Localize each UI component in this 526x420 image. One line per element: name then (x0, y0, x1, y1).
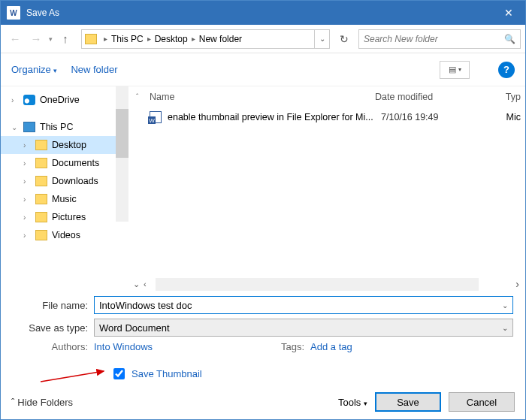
chevron-down-icon[interactable]: ⌄ (502, 324, 508, 332)
save-form: File name: IntoWindows test doc ⌄ Save a… (1, 292, 525, 385)
scroll-right-icon[interactable]: › (515, 278, 519, 290)
search-placeholder: Search New folder (364, 34, 504, 44)
address-bar[interactable]: ▸ This PC ▸ Desktop ▸ New folder ⌄ (81, 29, 330, 49)
tree-item-this-pc[interactable]: ⌄This PC (1, 118, 128, 136)
search-input[interactable]: Search New folder 🔍 (358, 29, 521, 49)
scrollbar-track[interactable] (156, 278, 479, 291)
file-type-cell: Mic (494, 112, 525, 122)
folder-icon (35, 230, 47, 240)
dialog-footer: ˆHide Folders Tools ▾ Save Cancel (1, 385, 525, 419)
titlebar: W Save As ✕ (1, 1, 525, 25)
tree-scrollbar[interactable] (116, 86, 128, 222)
file-name-cell: enable thumbnail preview in File Explore… (168, 112, 381, 122)
tree-item-desktop[interactable]: ›Desktop (1, 136, 128, 154)
new-folder-button[interactable]: New folder (71, 64, 117, 75)
save-thumbnail-label[interactable]: Save Thumbnail (132, 368, 202, 379)
file-name-input[interactable]: IntoWindows test doc ⌄ (94, 296, 513, 314)
tree-scrollbar-thumb[interactable] (116, 109, 128, 158)
save-as-type-label: Save as type: (13, 322, 94, 334)
back-button[interactable]: ← (5, 29, 25, 50)
tree-item-videos[interactable]: ›Videos (1, 226, 128, 244)
tags-label: Tags: (273, 341, 310, 352)
file-row[interactable]: enable thumbnail preview in File Explore… (128, 107, 525, 127)
navigation-bar: ← → ▾ ↑ ▸ This PC ▸ Desktop ▸ New folder… (1, 25, 525, 53)
folder-icon (35, 158, 47, 168)
breadcrumb-sep-icon: ▸ (192, 35, 195, 43)
folder-icon (35, 212, 47, 222)
file-list: ˆ Name Date modified Typ enable thumbnai… (128, 86, 525, 292)
save-thumbnail-checkbox[interactable] (113, 368, 125, 379)
folder-icon (85, 34, 97, 44)
sort-caret-icon[interactable]: ˆ (136, 93, 150, 101)
chevron-down-icon[interactable]: ⌄ (502, 301, 508, 310)
folder-icon (35, 194, 47, 204)
address-dropdown[interactable]: ⌄ (314, 30, 329, 48)
cancel-button[interactable]: Cancel (449, 392, 515, 412)
body: ›OneDrive ⌄This PC ›Desktop ›Documents ›… (1, 86, 525, 292)
word-app-icon: W (7, 6, 20, 20)
save-button[interactable]: Save (375, 392, 441, 412)
folder-tree: ›OneDrive ⌄This PC ›Desktop ›Documents ›… (1, 86, 128, 292)
word-file-icon (150, 111, 162, 123)
list-horizontal-scrollbar[interactable]: ⌄ ‹ › (128, 276, 525, 292)
tools-menu[interactable]: Tools ▾ (338, 397, 367, 408)
column-headers: ˆ Name Date modified Typ (128, 86, 525, 107)
column-date[interactable]: Date modified (375, 92, 488, 102)
tree-item-documents[interactable]: ›Documents (1, 154, 128, 172)
save-as-dialog: W Save As ✕ ← → ▾ ↑ ▸ This PC ▸ Desktop … (0, 0, 526, 420)
view-options-button[interactable]: ▤▾ (440, 61, 470, 79)
file-name-label: File name: (13, 300, 94, 311)
up-button[interactable]: ↑ (56, 29, 75, 50)
column-type[interactable]: Typ (488, 92, 525, 102)
save-as-type-dropdown[interactable]: Word Document ⌄ (94, 319, 513, 337)
pc-icon (23, 122, 35, 132)
hide-folders-toggle[interactable]: ˆHide Folders (11, 397, 73, 408)
tree-item-onedrive[interactable]: ›OneDrive (1, 91, 128, 109)
annotation-arrow-icon (39, 369, 110, 384)
help-button[interactable]: ? (498, 62, 515, 78)
scroll-left-icon[interactable]: ‹ (144, 279, 154, 289)
breadcrumb-sep-icon: ▸ (104, 35, 107, 43)
tree-item-downloads[interactable]: ›Downloads (1, 172, 128, 190)
window-title: Save As (26, 8, 492, 18)
authors-label: Authors: (13, 341, 94, 352)
organize-menu[interactable]: Organize ▾ (11, 64, 57, 75)
refresh-button[interactable]: ↻ (334, 29, 354, 49)
breadcrumb-segment[interactable]: New folder (199, 34, 242, 44)
search-icon: 🔍 (504, 34, 515, 44)
breadcrumb-segment[interactable]: Desktop (155, 34, 188, 44)
folder-icon (35, 140, 47, 150)
svg-line-0 (41, 371, 104, 382)
tree-item-pictures[interactable]: ›Pictures (1, 208, 128, 226)
breadcrumb-segment[interactable]: This PC (111, 34, 144, 44)
history-dropdown[interactable]: ▾ (49, 35, 53, 43)
tree-item-music[interactable]: ›Music (1, 190, 128, 208)
authors-value[interactable]: Into Windows (94, 341, 153, 352)
file-date-cell: 7/10/16 19:49 (381, 112, 494, 122)
chevron-down-icon[interactable]: ⌄ (133, 279, 144, 289)
folder-icon (35, 176, 47, 186)
close-button[interactable]: ✕ (492, 1, 525, 25)
tags-value[interactable]: Add a tag (310, 341, 352, 352)
forward-button[interactable]: → (26, 29, 46, 50)
toolbar: Organize ▾ New folder ▤▾ ? (1, 53, 525, 86)
breadcrumb-sep-icon: ▸ (147, 35, 151, 43)
column-name[interactable]: Name (150, 92, 375, 102)
chevron-up-icon: ˆ (11, 397, 14, 408)
onedrive-icon (23, 95, 35, 105)
